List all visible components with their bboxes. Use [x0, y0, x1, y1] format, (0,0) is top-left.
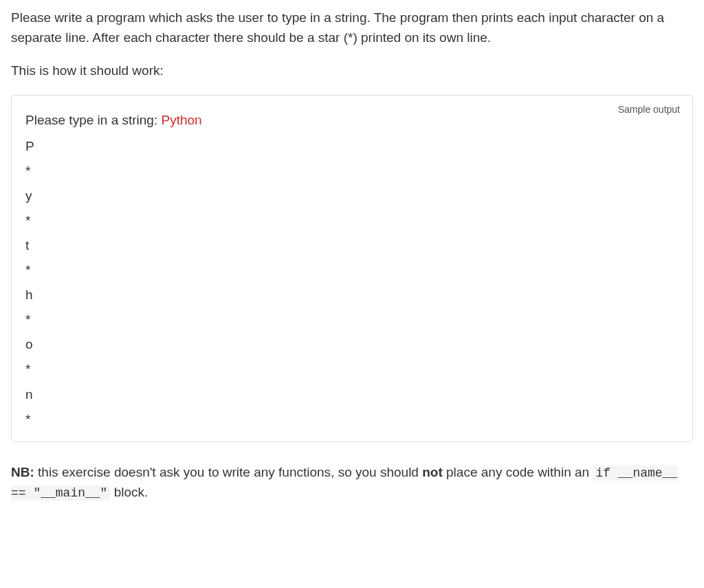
note-bold: not	[422, 465, 443, 479]
exercise-intro-line: This is how it should work:	[11, 61, 693, 81]
note-paragraph: NB: this exercise doesn't ask you to wri…	[11, 463, 693, 503]
note-text-3: block.	[110, 485, 148, 499]
output-line: *	[25, 159, 679, 184]
output-line: *	[25, 208, 679, 233]
note-prefix: NB:	[11, 465, 34, 479]
output-line: *	[25, 258, 679, 283]
output-line: *	[25, 307, 679, 332]
sample-output-content: Please type in a string: Python P * y * …	[25, 108, 679, 432]
output-line: n	[25, 382, 679, 407]
output-line: h	[25, 283, 679, 307]
output-line: *	[25, 407, 679, 432]
prompt-text: Please type in a string:	[25, 113, 162, 127]
exercise-description: Please write a program which asks the us…	[11, 8, 693, 47]
output-line: y	[25, 184, 679, 208]
output-line: o	[25, 332, 679, 357]
sample-output-label: Sample output	[618, 102, 680, 117]
output-line: t	[25, 233, 679, 258]
note-text-2: place any code within an	[443, 465, 593, 479]
prompt-line: Please type in a string: Python	[25, 108, 679, 133]
user-input: Python	[162, 113, 202, 127]
note-text-1: this exercise doesn't ask you to write a…	[34, 465, 422, 479]
output-line: P	[25, 134, 679, 159]
sample-output-box: Sample output Please type in a string: P…	[11, 95, 693, 442]
output-line: *	[25, 357, 679, 382]
